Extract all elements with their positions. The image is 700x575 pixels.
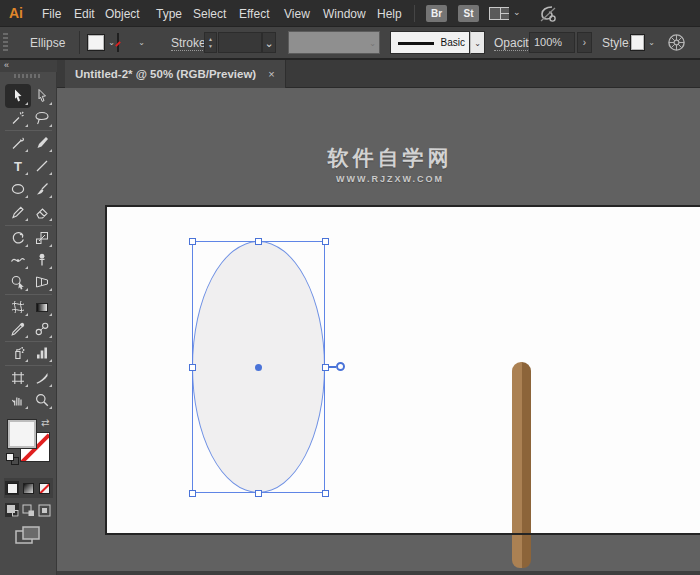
menu-item-help[interactable]: Help [377,7,402,21]
tool-scale[interactable] [31,228,53,248]
brush-chevron-icon[interactable]: ⌄ [470,31,485,54]
brush-name-label: Basic [441,37,465,48]
toolbar-divider [5,341,52,342]
pie-widget-line [328,366,336,368]
brush-definition-dropdown[interactable]: Basic [390,31,470,54]
tool-direct-selection[interactable] [31,86,53,106]
menu-item-select[interactable]: Select [193,7,226,21]
stroke-chevron-icon[interactable]: ⌄ [135,34,148,51]
menu-item-edit[interactable]: Edit [74,7,95,21]
tool-pencil[interactable] [7,202,29,222]
tool-width[interactable] [7,250,29,270]
draw-inside-icon[interactable] [38,503,52,517]
selection-handle[interactable] [189,238,196,245]
width-profile-chevron-icon: ⌄ [366,35,379,52]
zoom-icon [34,392,50,408]
tool-eraser[interactable] [31,202,53,222]
tool-symbol-sprayer[interactable] [7,343,29,363]
tool-slice[interactable] [31,368,53,388]
menu-item-effect[interactable]: Effect [239,7,269,21]
style-chevron-icon[interactable]: ⌄ [645,34,658,51]
draw-normal-icon[interactable] [5,503,19,517]
toolbar-divider [5,365,52,366]
style-swatch[interactable] [630,34,645,51]
tool-zoom[interactable] [31,390,53,410]
none-button[interactable] [38,481,52,495]
tool-shape-builder[interactable] [7,272,29,292]
collapse-panel-icon[interactable]: « [4,60,9,70]
watermark: 软件自学网 WWW.RJZXW.COM [305,144,475,184]
watermark-url: WWW.RJZXW.COM [305,174,475,184]
default-fill-stroke-icon[interactable] [6,453,20,465]
tool-selection[interactable] [7,86,29,106]
tool-perspective-grid[interactable] [31,272,53,292]
tool-puppet-warp[interactable] [31,250,53,270]
stock-button[interactable]: St [458,5,479,22]
selection-handle[interactable] [255,238,262,245]
control-bar-grip[interactable] [3,33,8,52]
stroke-weight-input[interactable] [218,32,262,53]
tool-type[interactable]: T [7,156,29,176]
pie-widget-handle[interactable] [336,362,345,371]
tool-column-graph[interactable] [31,343,53,363]
direct-selection-icon [34,88,50,104]
tool-mesh[interactable] [7,297,29,317]
tool-paintbrush[interactable] [31,179,53,199]
tool-gradient[interactable] [31,297,53,317]
tool-artboard[interactable] [7,368,29,388]
width-profile-dropdown: ⌄ [288,31,380,54]
stepper-down-icon[interactable]: ▼ [205,43,216,49]
watermark-title: 软件自学网 [305,144,475,172]
canvas-pasteboard[interactable]: 软件自学网 WWW.RJZXW.COM [57,88,700,575]
gpu-performance-icon[interactable] [537,4,559,28]
draw-behind-icon[interactable] [21,503,35,517]
tools-panel-grip[interactable] [14,74,42,78]
tool-magic-wand[interactable] [7,108,29,128]
recolor-artwork-icon[interactable] [667,33,686,56]
selection-handle[interactable] [322,238,329,245]
ellipse-icon [10,181,26,197]
stroke-weight-chevron-icon[interactable]: ⌄ [262,32,276,53]
tool-lasso[interactable] [31,108,53,128]
color-button[interactable] [5,481,19,495]
opacity-expand-icon[interactable]: › [577,32,592,53]
tool-pen[interactable] [7,133,29,153]
bridge-button[interactable]: Br [426,5,447,22]
tool-hand[interactable] [7,390,29,410]
tool-eyedropper[interactable] [7,319,29,339]
menu-item-type[interactable]: Type [156,7,182,21]
opacity-input[interactable]: 100% [529,32,575,53]
menu-item-file[interactable]: File [42,7,61,21]
selection-handle[interactable] [255,490,262,497]
ellipse-center-point[interactable] [255,364,262,371]
menu-item-window[interactable]: Window [323,7,366,21]
fill-color-swatch[interactable] [87,34,105,51]
screen-mode-icon[interactable] [15,526,41,549]
selection-handle[interactable] [189,490,196,497]
tool-rotate[interactable] [7,228,29,248]
stepper-up-icon[interactable]: ▲ [205,36,216,42]
stick-shape[interactable] [512,362,531,568]
tab-close-icon[interactable]: × [268,68,274,80]
arrange-documents-icon[interactable] [488,6,510,25]
line-segment-icon [34,158,50,174]
tool-line-segment[interactable] [31,156,53,176]
arrange-documents-chevron-icon[interactable]: ⌄ [513,7,521,17]
drawing-modes-strip [4,501,53,519]
selection-handle[interactable] [189,364,196,371]
document-tab[interactable]: Untitled-2* @ 50% (RGB/Preview) × [65,60,286,88]
active-tool-label: Ellipse [30,36,65,50]
hand-icon [10,392,26,408]
stroke-weight-stepper[interactable]: ▲ ▼ [204,32,217,53]
fill-swatch[interactable] [7,419,37,449]
gradient-chip [23,483,34,494]
selection-handle[interactable] [322,490,329,497]
tool-ellipse[interactable] [7,179,29,199]
gradient-button[interactable] [21,481,35,495]
menu-item-view[interactable]: View [284,7,310,21]
menu-item-object[interactable]: Object [105,7,140,21]
tool-curvature[interactable] [31,133,53,153]
swap-fill-stroke-icon[interactable]: ⇄ [41,417,49,428]
tool-blend[interactable] [31,319,53,339]
stroke-color-swatch[interactable] [117,33,119,52]
